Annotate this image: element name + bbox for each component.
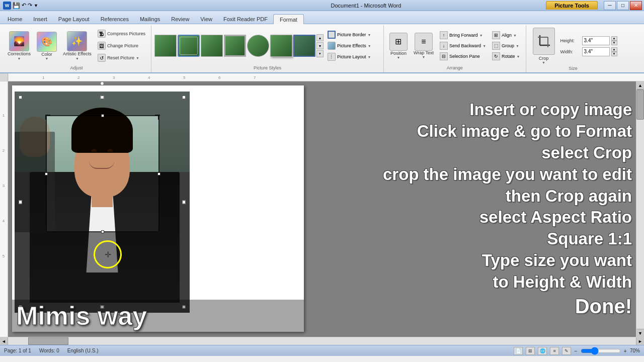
rotation-handle[interactable] [100, 81, 104, 85]
picture-effects-label: Picture Effects [337, 43, 366, 48]
tab-mailings[interactable]: Mailings [134, 14, 166, 24]
view-full-button[interactable]: ⊞ [526, 347, 535, 355]
change-picture-label: Change Picture [107, 43, 138, 48]
svg-text:1: 1 [42, 75, 45, 80]
sel-handle-tl[interactable] [19, 96, 22, 99]
height-label: Height: [560, 38, 581, 43]
change-picture-button[interactable]: 🖼 Change Picture [95, 40, 148, 51]
width-label: Width: [560, 49, 581, 54]
picture-layout-button[interactable]: ⋮ Picture Layout ▼ [325, 52, 380, 62]
crop-selection-box[interactable] [46, 115, 159, 232]
picture-border-button[interactable]: Picture Border ▼ [325, 30, 380, 40]
adjust-group-label: Adjust [5, 65, 148, 71]
words-status: Words: 0 [39, 348, 59, 353]
align-button[interactable]: ⊞ Align ▼ [490, 30, 522, 40]
wrap-text-button[interactable]: ≡ Wrap Text ▼ [411, 31, 436, 61]
width-down[interactable]: ▼ [611, 52, 617, 56]
corrections-button[interactable]: 🌄 Corrections ▼ [5, 30, 33, 62]
sel-handle-tr[interactable] [182, 96, 186, 99]
sel-handle-mr[interactable] [182, 201, 186, 204]
svg-text:7: 7 [254, 75, 256, 80]
crop-cursor-indicator: ✛ [94, 240, 122, 268]
view-print-button[interactable]: 📄 [514, 347, 523, 355]
rotate-button[interactable]: ↻ Rotate ▼ [490, 51, 522, 61]
selection-pane-button[interactable]: ⊟ Selection Pane [437, 51, 489, 61]
color-button[interactable]: 🎨 Color ▼ [34, 30, 59, 62]
gallery-up-button[interactable]: ▲ [316, 34, 324, 41]
word-icon: W [3, 2, 11, 10]
width-up[interactable]: ▲ [611, 47, 617, 52]
view-outline-button[interactable]: ≡ [550, 347, 559, 355]
position-button[interactable]: ⊞ Position ▼ [387, 31, 410, 61]
title-bar-title: Document1 - Microsoft Word [186, 3, 546, 9]
style-thumb-6[interactable] [270, 35, 292, 57]
view-draft-button[interactable]: ✎ [562, 347, 571, 355]
tab-foxit[interactable]: Foxit Reader PDF [218, 14, 273, 24]
svg-text:3: 3 [113, 75, 115, 80]
send-backward-button[interactable]: ↓ Send Backward ▼ [437, 41, 489, 51]
close-button[interactable]: ✕ [630, 1, 642, 10]
ruler-horizontal: 1 2 3 4 5 6 7 [8, 73, 644, 81]
gallery-expand-button[interactable]: ▾ [316, 50, 324, 57]
tab-format[interactable]: Format [273, 14, 304, 24]
reset-picture-label: Reset Picture [107, 55, 134, 60]
quick-redo[interactable]: ↷ [28, 2, 32, 9]
zoom-slider[interactable] [581, 348, 621, 353]
style-thumb-7[interactable] [293, 35, 315, 57]
picture-effects-button[interactable]: Picture Effects ▼ [325, 41, 380, 51]
style-thumb-4[interactable] [224, 35, 246, 57]
style-thumb-3[interactable] [201, 35, 223, 57]
instruction-line-2: Click image & go to Format [383, 121, 632, 142]
style-thumb-5[interactable] [247, 35, 269, 57]
instruction-line-9: to Height & Width [383, 272, 632, 293]
quick-undo[interactable]: ↶ [22, 2, 26, 9]
height-down[interactable]: ▼ [611, 41, 617, 45]
quick-dropdown[interactable]: ▼ [34, 3, 38, 8]
zoom-in-button[interactable]: + [624, 348, 627, 354]
sel-handle-ml[interactable] [19, 201, 22, 204]
zoom-percent: 70% [630, 348, 640, 353]
compress-pictures-button[interactable]: 🗜 Compress Pictures [95, 28, 148, 39]
group-label: Group [502, 43, 514, 48]
bring-forward-button[interactable]: ↑ Bring Forward ▼ [437, 30, 489, 40]
tab-references[interactable]: References [95, 14, 134, 24]
tab-view[interactable]: View [195, 14, 218, 24]
style-thumb-1[interactable] [154, 35, 177, 57]
gallery-down-button[interactable]: ▼ [316, 42, 324, 49]
mimis-way-text: Mimis way [12, 300, 304, 332]
zoom-out-button[interactable]: − [574, 348, 577, 354]
language-status: English (U.S.) [67, 348, 99, 353]
page-status: Page: 1 of 1 [4, 348, 31, 353]
instruction-line-6: select Aspect Ratio [383, 207, 632, 228]
maximize-button[interactable]: □ [617, 1, 629, 10]
document-page: ✛ Mimis way [12, 85, 304, 332]
align-label: Align [502, 33, 512, 38]
tab-insert[interactable]: Insert [28, 14, 53, 24]
sel-handle-tc[interactable] [101, 96, 104, 99]
compress-label: Compress Pictures [107, 31, 145, 36]
group-button[interactable]: ⬚ Group ▼ [490, 41, 522, 51]
minimize-button[interactable]: ─ [604, 1, 616, 10]
reset-picture-button[interactable]: ↺ Reset Picture ▼ [95, 52, 148, 63]
svg-text:4: 4 [3, 219, 5, 223]
instructions-panel: Insert or copy image Click image & go to… [304, 85, 632, 333]
height-up[interactable]: ▲ [611, 36, 617, 41]
svg-text:2: 2 [77, 75, 80, 80]
instruction-line-8: Type size you want [383, 250, 632, 272]
vertical-scrollbar[interactable]: ▲ ▼ [636, 81, 644, 337]
tab-home[interactable]: Home [2, 14, 28, 24]
width-input[interactable] [582, 47, 610, 56]
selected-image[interactable]: ✛ [15, 92, 190, 313]
artistic-effects-button[interactable]: ✨ Artistic Effects ▼ [60, 30, 94, 62]
instruction-line-10: Done! [383, 293, 632, 319]
view-web-button[interactable]: 🌐 [538, 347, 547, 355]
picture-styles-group-label: Picture Styles [154, 65, 380, 71]
crop-button[interactable]: Crop ▼ [529, 26, 558, 66]
style-thumb-2[interactable] [178, 35, 200, 57]
quick-save[interactable]: 💾 [13, 2, 20, 9]
tab-review[interactable]: Review [166, 14, 195, 24]
tab-pagelayout[interactable]: Page Layout [53, 14, 95, 24]
wrap-text-label: Wrap Text [414, 51, 434, 56]
height-input[interactable] [582, 36, 610, 45]
position-label: Position [390, 51, 407, 56]
